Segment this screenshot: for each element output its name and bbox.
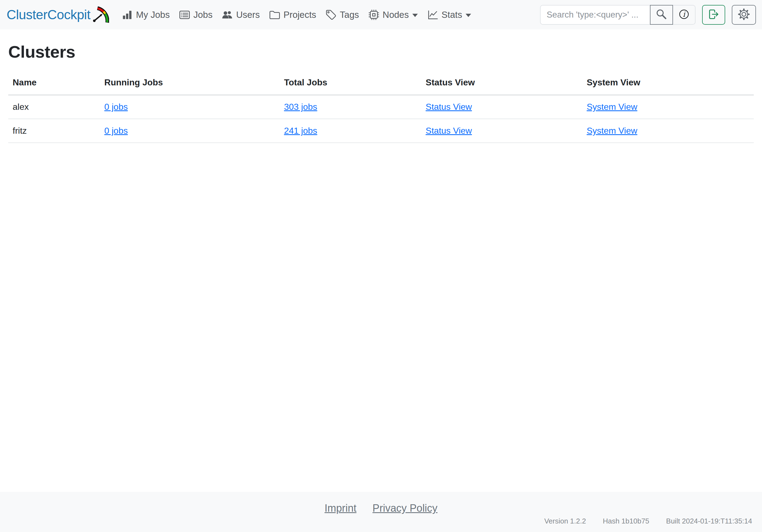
nav-label: Tags [340, 10, 359, 20]
info-icon: i [678, 8, 690, 22]
nav-label: Stats [441, 10, 462, 20]
imprint-link[interactable]: Imprint [324, 502, 356, 514]
system-view-link[interactable]: System View [587, 126, 637, 136]
search-button[interactable] [650, 5, 673, 25]
nav-item-nodes[interactable]: Nodes [368, 9, 418, 21]
footer-links: Imprint Privacy Policy [0, 502, 762, 514]
footer: Imprint Privacy Policy Version 1.2.2 Has… [0, 492, 762, 532]
nav-item-users[interactable]: Users [221, 9, 260, 21]
caret-down-icon [466, 14, 471, 17]
people-icon [221, 9, 234, 21]
bar-chart-icon [121, 9, 133, 21]
built-text: Built 2024-01-19:T11:35:14 [666, 517, 752, 525]
column-header-total-jobs: Total Jobs [280, 73, 421, 95]
gauge-logo-icon [92, 6, 109, 24]
table-header-row: Name Running Jobs Total Jobs Status View… [8, 73, 754, 95]
search-group: i [540, 5, 696, 25]
cpu-icon [368, 9, 380, 21]
graph-icon [426, 9, 439, 21]
main-nav: My Jobs Jobs [117, 9, 476, 21]
search-input[interactable] [540, 5, 650, 25]
nav-label: Projects [283, 10, 316, 20]
nav-item-projects[interactable]: Projects [268, 9, 316, 21]
column-header-name: Name [8, 73, 100, 95]
app-root: ClusterCockpit My [0, 0, 762, 532]
main-content: Clusters Name Running Jobs Total Jobs St… [0, 30, 762, 492]
settings-button[interactable] [732, 5, 756, 25]
privacy-policy-link[interactable]: Privacy Policy [372, 502, 438, 514]
top-navbar: ClusterCockpit My [0, 0, 762, 30]
table-row: alex 0 jobs 303 jobs Status View System … [8, 95, 754, 119]
caret-down-icon [412, 14, 418, 17]
nav-label: Nodes [383, 10, 409, 20]
svg-text:i: i [683, 10, 686, 18]
status-view-link[interactable]: Status View [426, 126, 472, 136]
info-button[interactable]: i [673, 5, 696, 25]
nav-item-my-jobs[interactable]: My Jobs [121, 9, 170, 21]
brand[interactable]: ClusterCockpit [7, 6, 109, 24]
nav-label: My Jobs [136, 10, 170, 20]
total-jobs-link[interactable]: 303 jobs [284, 102, 317, 112]
nav-item-tags[interactable]: Tags [325, 9, 359, 21]
column-header-status-view: Status View [421, 73, 582, 95]
running-jobs-link[interactable]: 0 jobs [105, 102, 128, 112]
hash-text: Hash 1b10b75 [603, 517, 649, 525]
status-view-link[interactable]: Status View [426, 102, 472, 112]
cluster-name: alex [8, 95, 100, 119]
tag-icon [325, 9, 337, 21]
nav-label: Users [236, 10, 260, 20]
page-title: Clusters [8, 42, 754, 61]
sign-out-icon [707, 8, 720, 22]
navbar-controls: i [540, 5, 756, 25]
cluster-name: fritz [8, 119, 100, 143]
system-view-link[interactable]: System View [587, 102, 637, 112]
card-list-icon [179, 9, 190, 21]
brand-name: ClusterCockpit [7, 7, 90, 22]
table-row: fritz 0 jobs 241 jobs Status View System… [8, 119, 754, 143]
running-jobs-link[interactable]: 0 jobs [105, 126, 128, 136]
search-icon [655, 8, 668, 22]
column-header-system-view: System View [582, 73, 754, 95]
total-jobs-link[interactable]: 241 jobs [284, 126, 317, 136]
folder-icon [268, 9, 281, 21]
nav-item-jobs[interactable]: Jobs [179, 9, 213, 21]
sign-out-button[interactable] [702, 5, 725, 25]
build-info: Version 1.2.2 Hash 1b10b75 Built 2024-01… [544, 517, 752, 525]
version-text: Version 1.2.2 [544, 517, 586, 525]
column-header-running-jobs: Running Jobs [100, 73, 280, 95]
nav-item-stats[interactable]: Stats [426, 9, 471, 21]
clusters-table: Name Running Jobs Total Jobs Status View… [8, 73, 754, 143]
nav-label: Jobs [193, 10, 213, 20]
gear-icon [737, 8, 750, 22]
